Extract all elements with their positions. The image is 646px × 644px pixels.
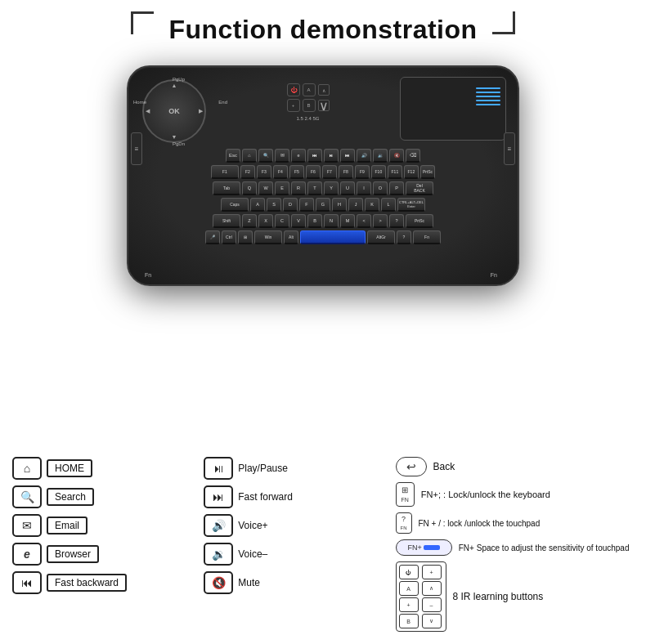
back-label: Back xyxy=(433,461,455,472)
fn-touchpad-label: FN + / : lock /unlock the touchpad xyxy=(419,519,541,528)
fn-touchpad-icon: ?FN xyxy=(396,512,412,534)
fn-space-icon: FN+ xyxy=(396,539,452,556)
legend-fastforward: ⏭ Fast forward xyxy=(204,485,387,508)
home-label: HOME xyxy=(47,459,92,477)
ir-grid: ⏻ + A ∧ + – B ∨ xyxy=(396,561,446,632)
mute-icon: 🔇 xyxy=(204,571,233,594)
ir-btn-4: ∧ xyxy=(422,581,442,596)
dpad[interactable]: OK ▲ ▼ ◀ ▶ Home End PgUp PgDn xyxy=(140,77,218,146)
f2-key[interactable]: F2 xyxy=(240,165,255,179)
home-key[interactable]: ⌂ xyxy=(242,149,257,163)
voiceminus-label: Voice– xyxy=(238,548,267,560)
title-section: Function demonstration xyxy=(0,0,646,45)
legend-fn-touchpad: ?FN FN + / : lock /unlock the touchpad xyxy=(396,512,635,534)
del-key[interactable]: ⌫ xyxy=(406,149,420,163)
legend-home: ⌂ HOME xyxy=(12,457,195,480)
fn-label-left: Fn xyxy=(145,272,151,278)
next-key[interactable]: ⏭ xyxy=(340,149,355,163)
back-icon: ↩ xyxy=(396,457,427,476)
keyboard-image: iPazzPort OK ▲ ▼ xyxy=(127,65,519,286)
fastback-label: Fast backward xyxy=(47,574,127,592)
f4-key[interactable]: F4 xyxy=(273,165,288,179)
zxcv-row: Shift Z X C V B N M < > ? PrtSc xyxy=(137,214,509,228)
f3-key[interactable]: F3 xyxy=(257,165,271,179)
space-row: 🎤 Ctrl ⊞ Win Alt AltGr ? Fn xyxy=(137,230,509,244)
esc-key[interactable]: Esc xyxy=(226,149,240,163)
mute-key[interactable]: 🔇 xyxy=(389,149,404,163)
prtsc-key[interactable]: PrtSc xyxy=(420,165,435,179)
legend-fn-lock: ⊞FN FN+; : Lock/unlock the keyboard xyxy=(396,482,635,507)
legend-fastback: ⏮ Fast backward xyxy=(12,571,195,594)
ir-btn-8: ∨ xyxy=(422,614,442,628)
f12-key[interactable]: F12 xyxy=(404,165,419,179)
legend-ir: ⏻ + A ∧ + – B ∨ 8 IR learning buttons xyxy=(396,561,635,632)
play-key[interactable]: ⏯ xyxy=(324,149,339,163)
ir-btn-5: + xyxy=(399,597,419,612)
legend-email: ✉ Email xyxy=(12,514,195,537)
legend-mute: 🔇 Mute xyxy=(204,571,387,594)
home-icon: ⌂ xyxy=(12,457,42,480)
f10-key[interactable]: F10 xyxy=(371,165,386,179)
asdf-row: Caps A S D F G H J K L CTRL+ALT+DELEnter xyxy=(137,198,509,212)
legend-browser: e Browser xyxy=(12,543,195,566)
legend-col-2: ⏯ Play/Pause ⏭ Fast forward 🔊 Voice+ 🔉 V… xyxy=(204,457,387,632)
legend-back: ↩ Back xyxy=(396,457,635,476)
browser-icon: e xyxy=(12,543,42,566)
f6-key[interactable]: F6 xyxy=(306,165,321,179)
bracket-top-left xyxy=(131,11,154,34)
ir-btn-7: B xyxy=(399,614,419,628)
fn-lock-icon: ⊞FN xyxy=(396,482,415,507)
voiceplus-icon: 🔊 xyxy=(204,514,233,537)
bottom-legend: ⌂ HOME 🔍 Search ✉ Email e Browser ⏮ Fast… xyxy=(12,457,634,632)
legend-voiceminus: 🔉 Voice– xyxy=(204,543,387,566)
f1-key[interactable]: F1 xyxy=(211,165,239,179)
keyboard-section: iPazzPort OK ▲ ▼ xyxy=(0,53,646,298)
legend-voiceplus: 🔊 Voice+ xyxy=(204,514,387,537)
email-label: Email xyxy=(47,517,87,534)
email-icon: ✉ xyxy=(12,514,42,537)
mute-label: Mute xyxy=(238,577,260,588)
f5-key[interactable]: F5 xyxy=(289,165,304,179)
ir-btn-3: A xyxy=(399,581,419,596)
legend-playpause: ⏯ Play/Pause xyxy=(204,457,387,480)
ir-btn-2: + xyxy=(422,565,442,579)
qwerty-row: Tab Q W E R T Y U I O P DelBACK xyxy=(137,181,509,195)
playpause-label: Play/Pause xyxy=(238,463,288,474)
legend-fn-space: FN+ FN+ Space to adjust the sensitivity … xyxy=(396,539,635,556)
fn-space-label: FN+ Space to adjust the sensitivity of t… xyxy=(459,543,630,552)
f9-key[interactable]: F9 xyxy=(355,165,370,179)
fn-lock-label: FN+; : Lock/unlock the keyboard xyxy=(421,490,550,499)
fastforward-label: Fast forward xyxy=(238,491,293,503)
page-container: Function demonstration iPazzPort xyxy=(0,0,646,644)
page-title: Function demonstration xyxy=(0,15,646,45)
f11-key[interactable]: F11 xyxy=(388,165,402,179)
ir-label: 8 IR learning buttons xyxy=(453,591,544,602)
touchpad[interactable] xyxy=(400,77,506,141)
voldn-key[interactable]: 🔉 xyxy=(373,149,388,163)
legend-col-3: ↩ Back ⊞FN FN+; : Lock/unlock the keyboa… xyxy=(396,457,635,632)
fastback-icon: ⏮ xyxy=(12,571,42,594)
spacebar[interactable] xyxy=(300,230,366,244)
bracket-bottom-right xyxy=(492,11,515,34)
f7-key[interactable]: F7 xyxy=(322,165,337,179)
ir-btn-6: – xyxy=(422,597,442,612)
power-btn[interactable]: ⏻ xyxy=(287,83,300,96)
legend-search: 🔍 Search xyxy=(12,485,195,508)
search-label: Search xyxy=(47,488,94,506)
browser-key[interactable]: e xyxy=(291,149,306,163)
media-row: Esc ⌂ 🔍 ✉ e ⏮ ⏯ ⏭ 🔊 🔉 🔇 ⌫ xyxy=(137,149,509,163)
legend-col-1: ⌂ HOME 🔍 Search ✉ Email e Browser ⏮ Fast… xyxy=(12,457,195,632)
search-icon: 🔍 xyxy=(12,485,42,508)
volup-key[interactable]: 🔊 xyxy=(357,149,371,163)
search-key[interactable]: 🔍 xyxy=(258,149,273,163)
fastforward-icon: ⏭ xyxy=(204,485,233,508)
fkey-row: F1 F2 F3 F4 F5 F6 F7 F8 F9 F10 F11 F12 P… xyxy=(137,165,509,179)
ir-btn-1: ⏻ xyxy=(399,565,419,579)
playpause-icon: ⏯ xyxy=(204,457,233,480)
email-key[interactable]: ✉ xyxy=(275,149,289,163)
voiceplus-label: Voice+ xyxy=(238,520,267,531)
prev-key[interactable]: ⏮ xyxy=(307,149,322,163)
f8-key[interactable]: F8 xyxy=(339,165,353,179)
fn-label-right: Fn xyxy=(491,272,497,278)
voiceminus-icon: 🔉 xyxy=(204,543,233,566)
